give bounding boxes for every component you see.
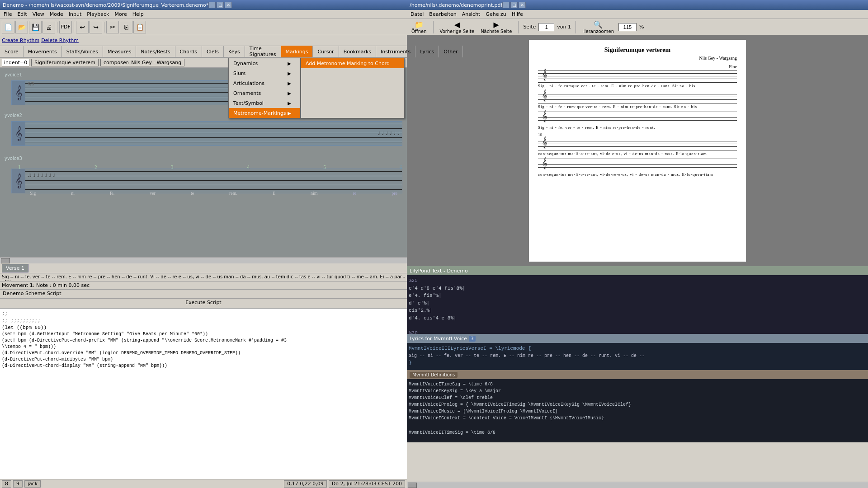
open-btn[interactable]: 📂: [15, 21, 28, 33]
menu-edit[interactable]: Edit: [14, 10, 29, 19]
menu-view[interactable]: View: [30, 10, 47, 19]
maximize-btn[interactable]: □: [217, 2, 224, 8]
menu-mode[interactable]: Mode: [47, 10, 66, 19]
left-title: Denemo - /home/nils/wacost-svn/denemo/20…: [3, 2, 208, 8]
zoom-icon: 🔍: [594, 20, 603, 29]
menu-text-symbol[interactable]: Text/Symbol ▶: [229, 98, 300, 108]
menu-ornaments[interactable]: Ornaments ▶: [229, 88, 300, 98]
menu-file[interactable]: File: [1, 10, 14, 19]
left-menubar: File Edit View Mode Input Playback More …: [0, 10, 407, 19]
menu-help[interactable]: Help: [130, 10, 146, 19]
defs-line1: MvmntIVoiceITimeSig = \time 6/8: [409, 381, 866, 388]
tab-keys[interactable]: Keys: [224, 46, 245, 57]
tab-instruments[interactable]: Instruments: [376, 46, 415, 57]
pdf-next-btn[interactable]: ▶ Nächste Seite: [479, 19, 514, 35]
save-btn[interactable]: 💾: [29, 21, 42, 33]
tab-time-sig[interactable]: Time Signatures: [245, 46, 281, 57]
code-line-7: (d-DirectivePut-chord-override "MM" (log…: [2, 350, 405, 357]
right-maximize-btn[interactable]: □: [510, 2, 518, 8]
right-minimize-btn[interactable]: _: [502, 2, 509, 8]
composer: composer: Nils Gey - Wargsang: [100, 59, 184, 66]
voice3-section: yvoice3 123456 𝄞: [5, 156, 402, 194]
zoom-percent-label: %: [639, 24, 644, 30]
right-menu-gehe-zu[interactable]: Gehe zu: [483, 10, 509, 19]
lyrics-editor: Lyrics for MvmntI Voice 3 MvmntIVoiceIII…: [407, 334, 868, 370]
lily-line-0: %25: [409, 277, 866, 285]
voice3-label: yvoice3: [5, 156, 22, 161]
right-close-btn[interactable]: ✕: [519, 2, 526, 8]
code-editor[interactable]: ;; ;; ;;;;;;;;;; (let ((bpm 60)) (set! b…: [0, 309, 407, 479]
tab-measures[interactable]: Measures: [103, 46, 136, 57]
script-header: Denemo Scheme Script: [0, 290, 407, 299]
left-panel: Denemo - /home/nils/wacost-svn/denemo/20…: [0, 0, 407, 488]
tab-other[interactable]: Other: [439, 46, 462, 57]
print-btn[interactable]: 🖨: [42, 21, 55, 33]
tab-chords[interactable]: Chords: [175, 46, 202, 57]
status-date: Do 2, Jul 21:28:03 CEST 200: [329, 480, 405, 488]
minimize-btn[interactable]: _: [208, 2, 216, 8]
close-btn[interactable]: ✕: [225, 2, 232, 8]
right-panel: /home/nils/.denemo/denemoprint.pdf _ □ ✕…: [407, 0, 868, 488]
defs-content[interactable]: MvmntIVoiceITimeSig = \time 6/8 MvmntIVo…: [407, 379, 868, 442]
page-total: von 1: [557, 24, 571, 30]
right-hscroll[interactable]: [407, 482, 868, 488]
copy-btn[interactable]: ⎘: [120, 21, 132, 33]
tab-staffs[interactable]: Staffs/Voices: [62, 46, 103, 57]
score-hscroll[interactable]: [0, 257, 407, 263]
menu-articulations[interactable]: Articulations ▶: [229, 78, 300, 88]
metronome-submenu: Add Metronome Marking to Chord: [301, 58, 405, 118]
create-rhythm-link[interactable]: Create Rhythm: [2, 38, 39, 43]
page-number-input[interactable]: [538, 23, 554, 31]
markings-dropdown: Dynamics ▶ Slurs ▶ Articulations ▶ Orn: [228, 58, 405, 118]
defs-line2: MvmntIVoiceIKeySig = \key a \major: [409, 388, 866, 394]
lily-line-2: e'4. fis'%|: [409, 292, 866, 300]
pdf-staff1: 𝄞: [538, 70, 737, 83]
bottom-statusbar: 8 9 jack 0,17 0,22 0,09 Do 2, Jul 21:28:…: [0, 479, 407, 488]
lyrics-content[interactable]: MvmntIVoiceIIILyricsVerseI = \lyricmode …: [407, 343, 868, 370]
menu-slurs[interactable]: Slurs ▶: [229, 68, 300, 78]
tab-clefs[interactable]: Clefs: [202, 46, 224, 57]
menu-playback[interactable]: Playback: [84, 10, 112, 19]
right-menu-bearbeiten[interactable]: Bearbeiten: [426, 10, 459, 19]
add-metronome-item[interactable]: Add Metronome Marking to Chord: [301, 58, 404, 68]
tab-score[interactable]: Score: [0, 46, 24, 57]
menu-dynamics[interactable]: Dynamics ▶: [229, 58, 300, 68]
execute-script-btn[interactable]: Execute Script: [0, 299, 407, 309]
right-menu-datei[interactable]: Datei: [408, 10, 426, 19]
tab-lyrics[interactable]: Lyrics: [415, 46, 439, 57]
tab-cursor[interactable]: Cursor: [313, 46, 339, 57]
paste-btn[interactable]: 📋: [133, 21, 146, 33]
pdf-zoom-btn[interactable]: 🔍 Heranzoomen: [580, 19, 616, 35]
pdf-lyrics5: con-sequn-tur me-li-o-re-ant, vi-de-re-e…: [538, 172, 737, 177]
cut-btn[interactable]: ✂: [106, 21, 119, 33]
menu-metronome[interactable]: Metronome-Markings ▶: [229, 108, 300, 118]
tab-markings[interactable]: Markings: [281, 46, 313, 57]
delete-rhythm-link[interactable]: Delete Rhythm: [41, 38, 79, 43]
menu-more[interactable]: More: [112, 10, 129, 19]
zoom-input[interactable]: [618, 23, 637, 31]
undo-btn[interactable]: ↩: [76, 21, 89, 33]
tab-movements[interactable]: Movements: [24, 46, 62, 57]
defs-line8: MvmntIVoiceIITimeSig = \time 6/8: [409, 429, 866, 436]
pdf-prev-btn[interactable]: ◀ Vorherige Seite: [438, 19, 476, 35]
tab-notes[interactable]: Notes/Rests: [136, 46, 175, 57]
new-btn[interactable]: 📄: [2, 21, 14, 33]
lyrics-editor-header: Lyrics for MvmntI Voice 3: [407, 334, 868, 343]
right-menu-hilfe[interactable]: Hilfe: [509, 10, 526, 19]
export-btn[interactable]: PDF: [59, 21, 72, 33]
defs-line6: MvmntIVoiceIContext = \context Voice = V…: [409, 415, 866, 422]
verse-tab[interactable]: Verse 1: [2, 264, 28, 272]
pdf-title: Signiferumque verterem: [538, 47, 737, 54]
pdf-open-btn[interactable]: 📁 Öffnen: [410, 19, 429, 35]
right-menu-ansicht[interactable]: Ansicht: [459, 10, 483, 19]
menu-input[interactable]: Input: [66, 10, 84, 19]
redo-btn[interactable]: ↪: [90, 21, 102, 33]
lilypond-content[interactable]: %25 e'4 d'8 e'4 fis'8%| e'4. fis'%| d' e…: [407, 275, 868, 334]
pdf-toolbar: 📁 Öffnen ◀ Vorherige Seite ▶ Nächste Sei…: [407, 19, 868, 35]
pdf-lyrics2: Sig - ni - fe - rum-que ver-te - rem. E …: [538, 104, 737, 109]
code-line-9: (d-DirectivePut-chord-display "MM" (stri…: [2, 363, 405, 369]
toolbar-sep3: [104, 22, 104, 33]
pdf-fine: Fine: [538, 64, 737, 69]
tab-bookmarks[interactable]: Bookmarks: [339, 46, 376, 57]
defs-line4: MvmntIVoiceIProlog = { \MvmntIVoiceITime…: [409, 401, 866, 408]
